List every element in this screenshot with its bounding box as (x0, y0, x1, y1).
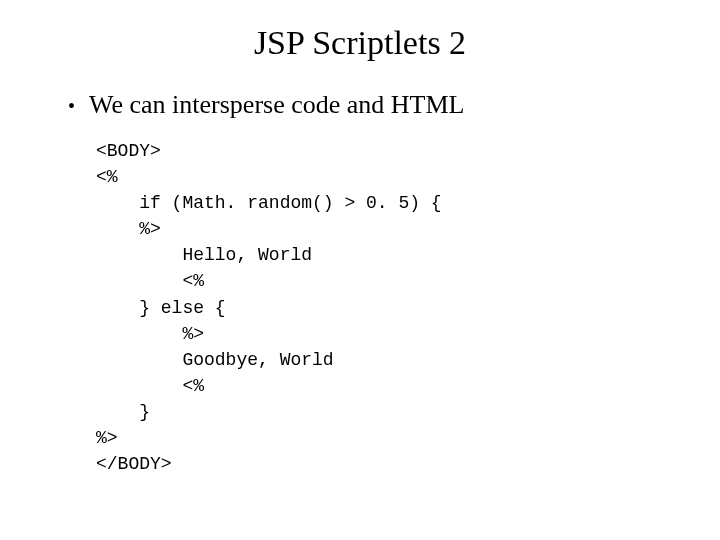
code-line: </BODY> (96, 451, 720, 477)
code-block: <BODY><% if (Math. random() > 0. 5) { %>… (0, 138, 720, 477)
code-line: %> (96, 321, 720, 347)
code-line: %> (96, 425, 720, 451)
code-line: <% (96, 164, 720, 190)
code-line: %> (96, 216, 720, 242)
code-line: <BODY> (96, 138, 720, 164)
code-line: } else { (96, 295, 720, 321)
bullet-item: • We can intersperse code and HTML (68, 90, 720, 120)
code-line: if (Math. random() > 0. 5) { (96, 190, 720, 216)
bullet-dot-icon: • (68, 94, 75, 118)
code-line: <% (96, 373, 720, 399)
code-line: Goodbye, World (96, 347, 720, 373)
code-line: <% (96, 268, 720, 294)
bullet-list: • We can intersperse code and HTML (0, 90, 720, 120)
code-line: } (96, 399, 720, 425)
bullet-text: We can intersperse code and HTML (89, 90, 464, 120)
slide-title: JSP Scriptlets 2 (0, 24, 720, 62)
code-line: Hello, World (96, 242, 720, 268)
